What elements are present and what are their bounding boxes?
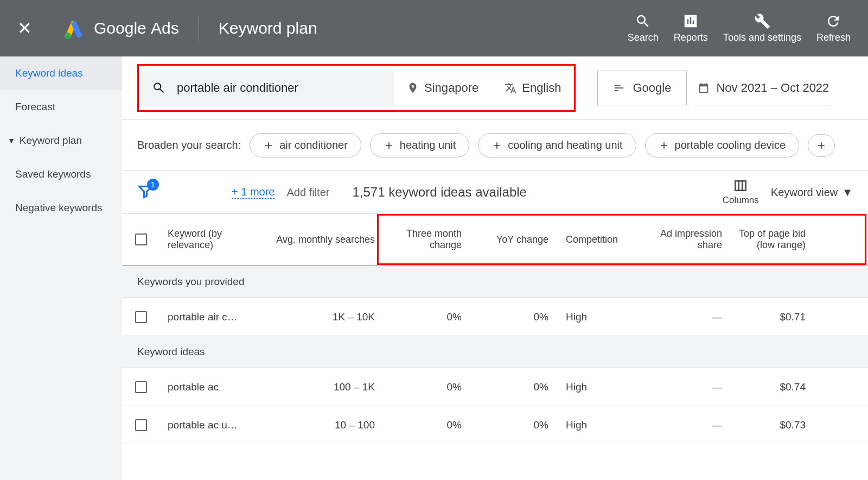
- table-row: portable ac 100 – 1K 0% 0% High — $0.74: [122, 368, 868, 406]
- caret-down-icon: ▼: [8, 136, 15, 145]
- cell-tmc: 0%: [382, 406, 469, 444]
- sidebar-item-label: Forecast: [15, 101, 55, 113]
- sidebar-item-saved-keywords[interactable]: Saved keywords: [0, 157, 122, 191]
- cell-keyword[interactable]: portable ac: [160, 368, 252, 406]
- location-icon: [407, 82, 419, 94]
- section-header-ideas: Keyword ideas: [122, 336, 868, 368]
- svg-rect-1: [736, 181, 746, 190]
- tools-action[interactable]: Tools and settings: [723, 13, 801, 43]
- row-checkbox[interactable]: [135, 381, 147, 393]
- sidebar-item-keyword-plan[interactable]: ▼Keyword plan: [0, 124, 122, 157]
- plus-icon: [816, 140, 827, 151]
- date-range-value: Nov 2021 – Oct 2022: [716, 81, 829, 95]
- divider: [199, 14, 199, 42]
- view-label: Keyword view: [771, 186, 838, 199]
- col-header-avg-searches[interactable]: Avg. monthly searches: [252, 214, 382, 265]
- broaden-chip-more[interactable]: [808, 134, 835, 157]
- col-header-yoy[interactable]: YoY change: [469, 214, 556, 265]
- reports-icon: [682, 13, 699, 29]
- location-value: Singapore: [424, 81, 478, 95]
- cell-bid: $0.71: [730, 298, 816, 336]
- tools-label: Tools and settings: [723, 33, 801, 43]
- location-selector[interactable]: Singapore: [394, 71, 492, 105]
- sidebar-item-label: Keyword ideas: [15, 67, 83, 79]
- select-all-checkbox[interactable]: [135, 233, 147, 245]
- plus-icon: [384, 140, 394, 151]
- calendar-icon: [698, 82, 710, 94]
- cell-tmc: 0%: [382, 298, 469, 336]
- more-filters-link[interactable]: + 1 more: [232, 186, 275, 199]
- content: portable air conditioner Singapore Engli…: [122, 56, 868, 480]
- product-name: Google Ads: [94, 19, 179, 37]
- funnel-badge: 1: [147, 179, 159, 191]
- header-actions: Search Reports Tools and settings Refres…: [628, 13, 851, 43]
- add-filter-button[interactable]: Add filter: [286, 186, 329, 199]
- search-input[interactable]: portable air conditioner: [139, 71, 394, 105]
- network-icon: [613, 82, 625, 94]
- svg-point-0: [65, 33, 71, 39]
- table-row: portable ac u… 10 – 100 0% 0% High — $0.…: [122, 406, 868, 444]
- row-checkbox[interactable]: [135, 419, 147, 431]
- language-selector[interactable]: English: [492, 71, 574, 105]
- product-name-bold: Google: [94, 19, 146, 37]
- columns-icon: [733, 179, 748, 193]
- page-title: Keyword plan: [219, 19, 317, 37]
- search-location-language-box: portable air conditioner Singapore Engli…: [137, 64, 576, 112]
- cell-tmc: 0%: [382, 368, 469, 406]
- col-header-three-month[interactable]: Three month change: [382, 214, 469, 265]
- table-header: Keyword (by relevance) Avg. monthly sear…: [122, 214, 868, 266]
- col-header-impression[interactable]: Ad impression share: [637, 214, 730, 265]
- cell-imp: —: [637, 368, 730, 406]
- cell-comp: High: [556, 298, 637, 336]
- sidebar-item-forecast[interactable]: Forecast: [0, 90, 122, 124]
- sidebar-item-keyword-ideas[interactable]: Keyword ideas: [0, 56, 122, 90]
- broaden-chip[interactable]: portable cooling device: [645, 133, 800, 157]
- broaden-row: Broaden your search: air conditioner hea…: [122, 120, 868, 171]
- wrench-icon: [754, 13, 770, 29]
- col-header-bid[interactable]: Top of page bid (low range): [730, 214, 816, 265]
- col-header-keyword[interactable]: Keyword (by relevance): [160, 214, 252, 265]
- reports-label: Reports: [674, 33, 708, 43]
- cell-bid: $0.73: [730, 406, 816, 444]
- cell-imp: —: [637, 298, 730, 336]
- sidebar: Keyword ideas Forecast ▼Keyword plan Sav…: [0, 56, 122, 480]
- cell-comp: High: [556, 368, 637, 406]
- search-action[interactable]: Search: [628, 13, 659, 43]
- cell-bid: $0.74: [730, 368, 816, 406]
- refresh-icon: [825, 13, 841, 29]
- cell-imp: —: [637, 406, 730, 444]
- search-icon: [635, 13, 651, 29]
- toolbar-row: 1 + 1 more Add filter 1,571 keyword idea…: [122, 171, 868, 214]
- reports-action[interactable]: Reports: [674, 13, 708, 43]
- broaden-chip[interactable]: cooling and heating unit: [478, 133, 636, 157]
- search-icon: [152, 81, 166, 95]
- cell-keyword[interactable]: portable ac u…: [160, 406, 252, 444]
- columns-label: Columns: [723, 195, 759, 206]
- sidebar-item-negative-keywords[interactable]: Negative keywords: [0, 191, 122, 225]
- ideas-available-text: 1,571 keyword ideas available: [352, 185, 527, 200]
- columns-button[interactable]: Columns: [723, 179, 759, 206]
- chip-label: portable cooling device: [675, 139, 786, 151]
- cell-keyword[interactable]: portable air c…: [160, 298, 252, 336]
- cell-avg: 100 – 1K: [252, 368, 382, 406]
- cell-yoy: 0%: [469, 298, 556, 336]
- row-checkbox[interactable]: [135, 311, 147, 323]
- sidebar-item-label: Keyword plan: [20, 135, 82, 147]
- filters-row: portable air conditioner Singapore Engli…: [122, 56, 868, 120]
- plus-icon: [659, 140, 669, 151]
- network-selector[interactable]: Google: [597, 71, 687, 105]
- view-selector[interactable]: Keyword view ▼: [771, 186, 853, 199]
- app-header: ✕ Google Ads Keyword plan Search Reports…: [0, 0, 868, 56]
- col-header-competition[interactable]: Competition: [556, 214, 637, 265]
- table-row: portable air c… 1K – 10K 0% 0% High — $0…: [122, 298, 868, 336]
- section-header-provided: Keywords you provided: [122, 266, 868, 298]
- broaden-chip[interactable]: heating unit: [370, 133, 469, 157]
- refresh-action[interactable]: Refresh: [816, 13, 851, 43]
- chip-label: air conditioner: [279, 139, 348, 151]
- filter-funnel[interactable]: 1: [137, 183, 154, 202]
- date-range-selector[interactable]: Nov 2021 – Oct 2022: [694, 71, 832, 105]
- broaden-chip[interactable]: air conditioner: [250, 133, 361, 157]
- close-icon[interactable]: ✕: [17, 18, 32, 39]
- plus-icon: [263, 140, 274, 151]
- caret-down-icon: ▼: [842, 186, 853, 199]
